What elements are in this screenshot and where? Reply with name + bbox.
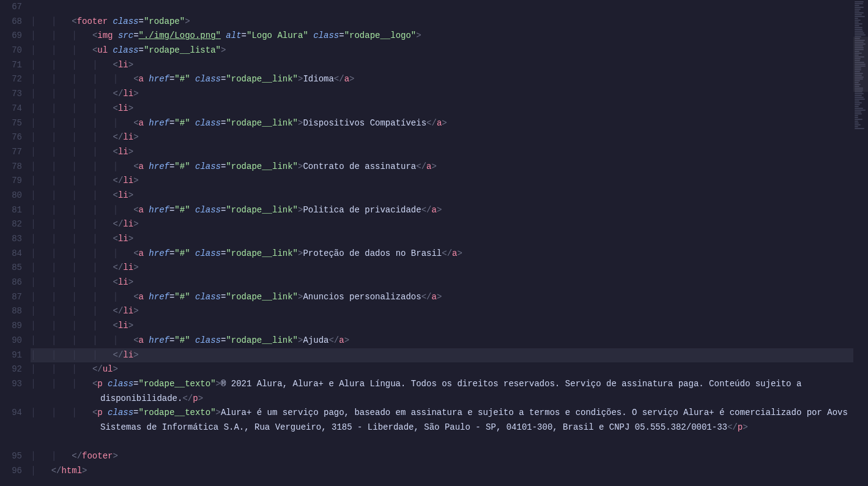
- line-number[interactable]: 84: [0, 247, 22, 261]
- line-number-wrap: [0, 421, 22, 435]
- code-line[interactable]: │ │ │ │ <li>: [31, 102, 853, 116]
- code-line[interactable]: │ │ │ │ │ <a href="#" class="rodape__lin…: [31, 72, 853, 87]
- code-line[interactable]: │ │ │ <img src="./img/Logo.png" alt="Log…: [31, 29, 853, 43]
- line-number[interactable]: 81: [0, 203, 22, 218]
- line-number[interactable]: 67: [0, 0, 22, 15]
- line-number[interactable]: 95: [0, 449, 22, 464]
- line-number-wrap: [0, 392, 22, 406]
- line-number[interactable]: 75: [0, 116, 22, 131]
- code-line[interactable]: │ │ │ │ │ <a href="#" class="rodape__lin…: [31, 116, 853, 131]
- code-line[interactable]: │ │ │ │ │ <a href="#" class="rodape__lin…: [31, 160, 853, 174]
- code-line[interactable]: │ │ │ </ul>: [31, 362, 853, 377]
- line-number[interactable]: 71: [0, 58, 22, 73]
- code-line[interactable]: │ │ │ │ <li>: [31, 319, 853, 334]
- line-number[interactable]: 80: [0, 189, 22, 203]
- line-number[interactable]: 76: [0, 130, 22, 145]
- code-line[interactable]: │ │ │ │ </li>: [31, 130, 853, 145]
- code-line[interactable]: │ │ │ │ │ <a href="#" class="rodape__lin…: [31, 247, 853, 261]
- line-number[interactable]: 72: [0, 72, 22, 87]
- code-line[interactable]: │ │ │ │ <li>: [31, 232, 853, 247]
- code-line[interactable]: │ │ │ <ul class="rodape__lista">: [31, 43, 853, 58]
- code-line[interactable]: │ │ │ │ <li>: [31, 58, 853, 73]
- code-line[interactable]: │ │ │ │ │ <a href="#" class="rodape__lin…: [31, 203, 853, 218]
- line-number-wrap: [0, 435, 22, 450]
- line-number[interactable]: 89: [0, 319, 22, 334]
- code-line[interactable]: │ │ │ │ </li>: [31, 174, 853, 189]
- line-number[interactable]: 90: [0, 334, 22, 348]
- line-number[interactable]: 73: [0, 87, 22, 102]
- code-line[interactable]: │ │ │ │ <li>: [31, 275, 853, 290]
- code-line[interactable]: [31, 0, 853, 15]
- line-number[interactable]: 70: [0, 43, 22, 58]
- line-number[interactable]: 88: [0, 304, 22, 319]
- code-line[interactable]: │ │ │ <p class="rodape__texto">® 2021 Al…: [31, 377, 853, 406]
- code-line[interactable]: │ │ │ │ <li>: [31, 189, 853, 203]
- line-number[interactable]: 86: [0, 275, 22, 290]
- line-number[interactable]: 91: [0, 348, 22, 363]
- code-editor-content[interactable]: │ │ <footer class="rodape">│ │ │ <img sr…: [31, 0, 853, 486]
- code-line[interactable]: │ │ │ │ │ <a href="#" class="rodape__lin…: [31, 290, 853, 305]
- code-line[interactable]: │ │ │ │ </li>: [31, 304, 853, 319]
- code-line[interactable]: │ │ │ │ │ <a href="#" class="rodape__lin…: [31, 334, 853, 348]
- code-line[interactable]: │ │ </footer>: [31, 449, 853, 464]
- code-line[interactable]: │ │ │ <p class="rodape__texto">Alura+ é …: [31, 406, 853, 449]
- line-number[interactable]: 92: [0, 362, 22, 377]
- line-number[interactable]: 82: [0, 217, 22, 232]
- line-number[interactable]: 94: [0, 406, 22, 421]
- line-number[interactable]: 87: [0, 290, 22, 305]
- line-number[interactable]: 85: [0, 261, 22, 275]
- code-line[interactable]: │ │ │ │ </li>: [31, 348, 853, 363]
- line-number-gutter[interactable]: 6768697071727374757677787980818283848586…: [0, 0, 31, 486]
- minimap[interactable]: [853, 0, 868, 486]
- line-number[interactable]: 83: [0, 232, 22, 247]
- line-number[interactable]: 78: [0, 160, 22, 174]
- code-line[interactable]: │ </html>: [31, 464, 853, 479]
- minimap-viewport[interactable]: [853, 37, 868, 92]
- line-number[interactable]: 96: [0, 464, 22, 479]
- line-number[interactable]: 79: [0, 174, 22, 189]
- line-number[interactable]: 93: [0, 377, 22, 392]
- line-number[interactable]: 68: [0, 15, 22, 29]
- line-number[interactable]: 77: [0, 145, 22, 160]
- code-line[interactable]: │ │ │ │ </li>: [31, 261, 853, 275]
- code-line[interactable]: │ │ │ │ </li>: [31, 217, 853, 232]
- line-number[interactable]: 74: [0, 102, 22, 116]
- code-line[interactable]: │ │ <footer class="rodape">: [31, 15, 853, 29]
- line-number[interactable]: 69: [0, 29, 22, 43]
- code-line[interactable]: │ │ │ │ <li>: [31, 145, 853, 160]
- code-line[interactable]: │ │ │ │ </li>: [31, 87, 853, 102]
